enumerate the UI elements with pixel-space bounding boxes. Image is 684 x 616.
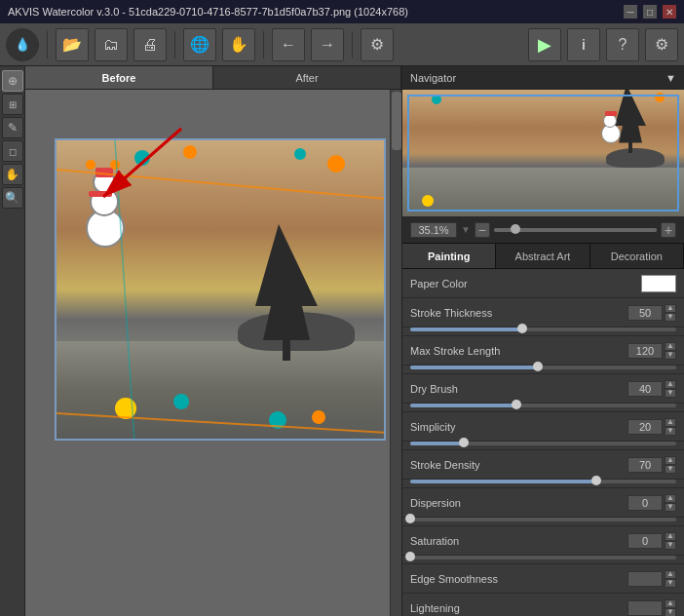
lightening-label: Lightening	[410, 602, 627, 614]
edge-smoothness-down[interactable]: ▼	[665, 579, 676, 588]
max-stroke-length-slider[interactable]	[410, 366, 676, 369]
stroke-thickness-down[interactable]: ▼	[665, 313, 676, 322]
zoom-value-display[interactable]: 35.1%	[410, 222, 457, 238]
simplicity-thumb[interactable]	[459, 438, 469, 447]
dry-brush-slider[interactable]	[410, 404, 676, 407]
run-button[interactable]: ▶	[528, 28, 561, 61]
dry-brush-down[interactable]: ▼	[665, 389, 676, 398]
window-controls[interactable]: ─ □ ✕	[624, 5, 676, 19]
tab-decoration[interactable]: Decoration	[590, 244, 684, 268]
stroke-thickness-thumb[interactable]	[517, 324, 527, 333]
max-stroke-length-value-box: ▲ ▼	[627, 342, 676, 360]
navigator-collapse-icon[interactable]: ▼	[665, 72, 676, 84]
canvas-tabs: Before After	[25, 66, 401, 90]
toolbar-separator-4	[352, 31, 353, 58]
stroke-density-down[interactable]: ▼	[665, 465, 676, 474]
toolbar-separator-2	[174, 31, 175, 58]
stroke-thickness-fill	[410, 327, 522, 331]
dry-brush-input[interactable]	[627, 381, 663, 397]
dispersion-input[interactable]	[627, 495, 663, 511]
nav-snowman-hat	[605, 111, 617, 116]
edge-smoothness-row: Edge Smoothness ▲ ▼	[402, 564, 684, 594]
paper-color-picker[interactable]	[641, 275, 676, 292]
dry-brush-row: Dry Brush ▲ ▼	[402, 374, 684, 404]
redo-button[interactable]: →	[311, 28, 344, 61]
selection-tool-button[interactable]: ⊕	[2, 70, 23, 92]
zoom-slider-thumb[interactable]	[511, 224, 520, 234]
undo-button[interactable]: ←	[272, 28, 305, 61]
simplicity-slider-row	[402, 442, 684, 450]
saturation-down[interactable]: ▼	[665, 541, 676, 550]
stroke-density-fill	[410, 480, 596, 483]
tab-abstract-art[interactable]: Abstract Art	[496, 244, 589, 268]
hand-tool-left-button[interactable]: ✋	[2, 164, 23, 185]
stroke-density-slider-row	[402, 480, 684, 488]
app-title: AKVIS Watercolor v.3.0 - 51cda229-0710-4…	[8, 6, 408, 18]
batch-button[interactable]: ⚙	[361, 28, 394, 61]
max-stroke-length-thumb[interactable]	[533, 362, 543, 371]
edge-smoothness-input[interactable]	[627, 571, 663, 587]
help-button[interactable]: ?	[606, 28, 639, 61]
saturation-slider[interactable]	[410, 556, 676, 559]
stroke-thickness-slider[interactable]	[410, 327, 676, 331]
stroke-density-value-box: ▲ ▼	[627, 456, 676, 474]
crop-tool-button[interactable]: ⊞	[2, 94, 23, 115]
stroke-density-thumb[interactable]	[591, 476, 601, 485]
dry-brush-thumb[interactable]	[512, 400, 521, 409]
deco-dot-7	[312, 410, 325, 424]
saturation-slider-row	[402, 556, 684, 564]
simplicity-slider[interactable]	[410, 442, 676, 445]
lightening-row: Lightening ▲ ▼	[402, 594, 684, 616]
snowman-hat	[95, 168, 113, 177]
snowman-pompom-left	[86, 160, 95, 170]
nav-water	[402, 168, 684, 216]
globe-button[interactable]: 🌐	[183, 28, 216, 61]
stroke-thickness-input[interactable]	[627, 305, 663, 321]
minimize-button[interactable]: ─	[624, 5, 637, 19]
lightening-input[interactable]	[627, 600, 663, 616]
open-file-button[interactable]: 📂	[56, 28, 89, 61]
canvas-scrollbar[interactable]	[390, 90, 401, 616]
saturation-input[interactable]	[627, 533, 663, 549]
dispersion-slider[interactable]	[410, 518, 676, 521]
stroke-density-slider[interactable]	[410, 480, 676, 483]
saturation-thumb[interactable]	[405, 552, 415, 561]
close-button[interactable]: ✕	[663, 5, 676, 19]
stroke-thickness-slider-row	[402, 327, 684, 336]
zoom-in-button[interactable]: +	[661, 222, 676, 238]
image-frame	[55, 138, 386, 441]
print-button[interactable]: 🖨	[133, 28, 167, 61]
canvas-scrollbar-thumb[interactable]	[392, 92, 401, 150]
tab-painting[interactable]: Painting	[402, 244, 496, 268]
hand-tool-button[interactable]: ✋	[222, 28, 255, 61]
nav-dot-3	[422, 195, 434, 207]
after-tab[interactable]: After	[213, 66, 401, 89]
snowman	[76, 170, 134, 248]
deco-dot-2	[183, 145, 197, 159]
zoom-tool-button[interactable]: 🔍	[2, 187, 23, 209]
simplicity-down[interactable]: ▼	[665, 427, 676, 436]
preferences-button[interactable]: ⚙	[645, 28, 678, 61]
toolbar-separator-3	[263, 31, 264, 58]
max-stroke-length-input[interactable]	[627, 343, 663, 359]
deco-dot-1	[134, 150, 150, 166]
brush-tool-button[interactable]: ✎	[2, 117, 23, 138]
open-folder-button[interactable]: 🗂	[95, 28, 128, 61]
info-button[interactable]: i	[567, 28, 600, 61]
dispersion-down[interactable]: ▼	[665, 503, 676, 512]
stroke-density-input[interactable]	[627, 457, 663, 473]
simplicity-input[interactable]	[627, 419, 663, 435]
zoom-out-button[interactable]: −	[475, 222, 490, 238]
before-tab[interactable]: Before	[25, 66, 213, 89]
dry-brush-slider-row	[402, 404, 684, 412]
zoom-slider[interactable]	[494, 228, 657, 232]
dispersion-thumb[interactable]	[405, 514, 415, 523]
saturation-spinner: ▲ ▼	[665, 532, 676, 550]
settings-panel: Paper Color Stroke Thickness ▲ ▼	[402, 269, 684, 616]
max-stroke-length-spinner: ▲ ▼	[665, 342, 676, 360]
max-stroke-length-down[interactable]: ▼	[665, 351, 676, 360]
lightening-down[interactable]: ▼	[665, 608, 676, 617]
canvas-content[interactable]	[25, 90, 401, 616]
maximize-button[interactable]: □	[643, 5, 657, 19]
eraser-tool-button[interactable]: ◻	[2, 140, 23, 162]
